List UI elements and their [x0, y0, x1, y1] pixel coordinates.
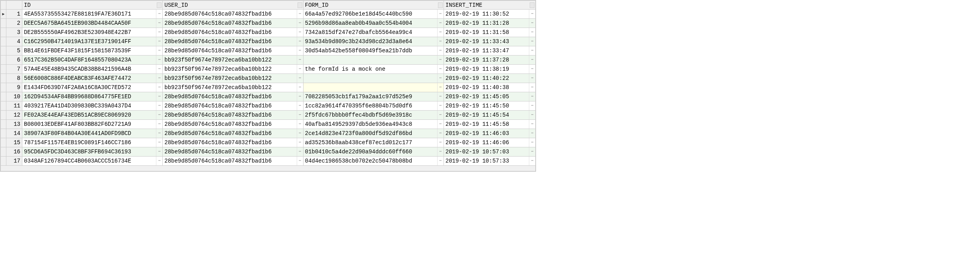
cell-form-id[interactable]: 40afba8149529397db5de936ea4943c8⋯: [303, 120, 444, 129]
cell-ellipsis-icon[interactable]: ⋯: [529, 120, 535, 129]
table-row[interactable]: 9E1434FD639D74F2A8A16C8A30C7ED572⋯bb923f…: [1, 83, 536, 92]
cell-form-id[interactable]: 1cc82a9614f470395f6e8804b75d0df6⋯: [303, 101, 444, 111]
column-header-user-id[interactable]: USER_ID: [163, 1, 303, 10]
table-row[interactable]: 1438907A3F80F84B04A30E441AD0FD9BCD⋯28be9…: [1, 129, 536, 138]
cell-id[interactable]: E1434FD639D74F2A8A16C8A30C7ED572⋯: [22, 83, 163, 92]
cell-insert-time[interactable]: 2019-02-19 11:33:47⋯: [444, 46, 535, 56]
cell-id[interactable]: BB14E61FBDEF43F1815F15815873539F⋯: [22, 46, 163, 56]
cell-insert-time[interactable]: 2019-02-19 11:38:19⋯: [444, 65, 535, 74]
cell-id[interactable]: DEEC5A675BA6451EB903BD4484CAA50F⋯: [22, 19, 163, 28]
cell-ellipsis-icon[interactable]: ⋯: [156, 37, 162, 46]
column-header-id[interactable]: ID: [22, 1, 163, 10]
cell-id[interactable]: DE2B555550AF4962B3E5230948E422B7⋯: [22, 28, 163, 37]
cell-insert-time[interactable]: 2019-02-19 11:30:52⋯: [444, 10, 535, 19]
cell-ellipsis-icon[interactable]: ⋯: [297, 28, 303, 37]
cell-ellipsis-icon[interactable]: ⋯: [437, 129, 444, 138]
cell-ellipsis-icon[interactable]: ⋯: [437, 65, 444, 73]
cell-id[interactable]: 4039217EA41D4D309830BC339A0437D4⋯: [22, 101, 163, 111]
table-row[interactable]: 10162D94534AF84BB99688D864775FE1ED⋯28be9…: [1, 92, 536, 101]
cell-ellipsis-icon[interactable]: ⋯: [297, 74, 303, 83]
data-grid[interactable]: ID USER_ID FORM_ID INSERT_TIME ▶14EA5537…: [0, 0, 536, 172]
cell-user-id[interactable]: 28be9d85d0764c518ca074832fbad1b6⋯: [163, 92, 303, 101]
cell-insert-time[interactable]: 2019-02-19 11:45:50⋯: [444, 101, 535, 111]
cell-form-id[interactable]: the formId is a mock one⋯: [303, 65, 444, 74]
cell-ellipsis-icon[interactable]: ⋯: [156, 83, 162, 92]
cell-insert-time[interactable]: 2019-02-19 11:45:05⋯: [444, 92, 535, 101]
cell-ellipsis-icon[interactable]: ⋯: [156, 10, 162, 18]
cell-user-id[interactable]: 28be9d85d0764c518ca074832fbad1b6⋯: [163, 37, 303, 46]
cell-form-id[interactable]: 04d4ec1986538cb0702e2c50478b08bd⋯: [303, 157, 444, 166]
table-row[interactable]: 4C16C2950B4714019A137E1E3719014FF⋯28be9d…: [1, 37, 536, 46]
cell-ellipsis-icon[interactable]: ⋯: [437, 74, 444, 83]
table-row[interactable]: 13B080013EDEBF41AF803BB82F6D2721A9⋯28be9…: [1, 120, 536, 129]
cell-ellipsis-icon[interactable]: ⋯: [297, 111, 303, 119]
cell-user-id[interactable]: bb923f50f9674e78972eca6ba10bb122⋯: [163, 56, 303, 65]
cell-ellipsis-icon[interactable]: ⋯: [437, 83, 444, 92]
cell-user-id[interactable]: bb923f50f9674e78972eca6ba10bb122⋯: [163, 65, 303, 74]
cell-form-id[interactable]: 30d54ab542be558f08049f5ea21b7ddb⋯: [303, 46, 444, 56]
cell-ellipsis-icon[interactable]: ⋯: [297, 120, 303, 129]
table-row[interactable]: 12FE02A3E44EAF43EDB51ACB9EC8069920⋯28be9…: [1, 111, 536, 120]
cell-insert-time[interactable]: 2019-02-19 11:33:43⋯: [444, 37, 535, 46]
cell-ellipsis-icon[interactable]: ⋯: [437, 10, 444, 18]
cell-user-id[interactable]: 28be9d85d0764c518ca074832fbad1b6⋯: [163, 120, 303, 129]
cell-ellipsis-icon[interactable]: ⋯: [437, 19, 444, 28]
cell-ellipsis-icon[interactable]: ⋯: [297, 129, 303, 138]
sort-handle-icon[interactable]: [157, 2, 162, 8]
table-row[interactable]: 170348AF1267894CC4B0603ACCC516734E⋯28be9…: [1, 157, 536, 166]
cell-user-id[interactable]: 28be9d85d0764c518ca074832fbad1b6⋯: [163, 28, 303, 37]
table-row[interactable]: 3DE2B555550AF4962B3E5230948E422B7⋯28be9d…: [1, 28, 536, 37]
cell-id[interactable]: 56E6008C886F4DEABCB3F463AFE74472⋯: [22, 74, 163, 83]
cell-ellipsis-icon[interactable]: ⋯: [156, 147, 162, 156]
cell-form-id[interactable]: 5296b98d86aa8eab0b49aa0c554b4004⋯: [303, 19, 444, 28]
cell-ellipsis-icon[interactable]: ⋯: [156, 28, 162, 37]
cell-insert-time[interactable]: 2019-02-19 11:31:58⋯: [444, 28, 535, 37]
sort-handle-icon[interactable]: [438, 2, 443, 8]
cell-id[interactable]: 787154F1157E4EB19C0891F146CC7186⋯: [22, 138, 163, 147]
cell-ellipsis-icon[interactable]: ⋯: [156, 120, 162, 129]
cell-id[interactable]: B080013EDEBF41AF803BB82F6D2721A9⋯: [22, 120, 163, 129]
cell-ellipsis-icon[interactable]: ⋯: [437, 111, 444, 119]
cell-user-id[interactable]: bb923f50f9674e78972eca6ba10bb122⋯: [163, 83, 303, 92]
cell-ellipsis-icon[interactable]: ⋯: [529, 56, 535, 64]
cell-insert-time[interactable]: 2019-02-19 11:37:28⋯: [444, 56, 535, 65]
cell-ellipsis-icon[interactable]: ⋯: [529, 10, 535, 18]
cell-ellipsis-icon[interactable]: ⋯: [156, 56, 162, 64]
cell-ellipsis-icon[interactable]: ⋯: [529, 37, 535, 46]
cell-insert-time[interactable]: 2019-02-19 11:40:22⋯: [444, 74, 535, 83]
cell-form-id[interactable]: 66a4a57ed92706be1e18d45c440bc590⋯: [303, 10, 444, 19]
cell-ellipsis-icon[interactable]: ⋯: [156, 101, 162, 110]
cell-user-id[interactable]: 28be9d85d0764c518ca074832fbad1b6⋯: [163, 46, 303, 56]
cell-insert-time[interactable]: 2019-02-19 11:40:38⋯: [444, 83, 535, 92]
cell-ellipsis-icon[interactable]: ⋯: [297, 10, 303, 18]
cell-ellipsis-icon[interactable]: ⋯: [156, 92, 162, 101]
cell-form-id[interactable]: ad352536b8aab438cef87ec1d012c177⋯: [303, 138, 444, 147]
cell-user-id[interactable]: 28be9d85d0764c518ca074832fbad1b6⋯: [163, 101, 303, 111]
cell-ellipsis-icon[interactable]: ⋯: [529, 111, 535, 119]
cell-user-id[interactable]: 28be9d85d0764c518ca074832fbad1b6⋯: [163, 157, 303, 166]
cell-ellipsis-icon[interactable]: ⋯: [297, 65, 303, 73]
table-row[interactable]: 2DEEC5A675BA6451EB903BD4484CAA50F⋯28be9d…: [1, 19, 536, 28]
cell-form-id[interactable]: ⋯: [303, 74, 444, 83]
cell-ellipsis-icon[interactable]: ⋯: [529, 138, 535, 147]
cell-user-id[interactable]: bb923f50f9674e78972eca6ba10bb122⋯: [163, 74, 303, 83]
cell-ellipsis-icon[interactable]: ⋯: [437, 147, 444, 156]
cell-ellipsis-icon[interactable]: ⋯: [529, 28, 535, 37]
cell-ellipsis-icon[interactable]: ⋯: [437, 56, 444, 64]
cell-ellipsis-icon[interactable]: ⋯: [529, 19, 535, 28]
cell-ellipsis-icon[interactable]: ⋯: [297, 19, 303, 28]
cell-ellipsis-icon[interactable]: ⋯: [297, 37, 303, 46]
cell-user-id[interactable]: 28be9d85d0764c518ca074832fbad1b6⋯: [163, 111, 303, 120]
table-row[interactable]: 114039217EA41D4D309830BC339A0437D4⋯28be9…: [1, 101, 536, 111]
cell-insert-time[interactable]: 2019-02-19 11:45:54⋯: [444, 111, 535, 120]
table-row[interactable]: 1695CD6A5FDC3D463C8BF3FFB694C36193⋯28be9…: [1, 147, 536, 157]
cell-ellipsis-icon[interactable]: ⋯: [437, 92, 444, 101]
table-row[interactable]: ▶14EA553735553427E881819FA7E36D171⋯28be9…: [1, 10, 536, 19]
cell-ellipsis-icon[interactable]: ⋯: [156, 65, 162, 73]
cell-form-id[interactable]: ⋯: [303, 83, 444, 92]
table-row[interactable]: 5BB14E61FBDEF43F1815F15815873539F⋯28be9d…: [1, 46, 536, 56]
cell-insert-time[interactable]: 2019-02-19 11:45:58⋯: [444, 120, 535, 129]
cell-form-id[interactable]: 2f5fdc67bbbb0ffec4bdbf5d69e3918c⋯: [303, 111, 444, 120]
table-row[interactable]: 856E6008C886F4DEABCB3F463AFE74472⋯bb923f…: [1, 74, 536, 83]
cell-ellipsis-icon[interactable]: ⋯: [156, 157, 162, 165]
